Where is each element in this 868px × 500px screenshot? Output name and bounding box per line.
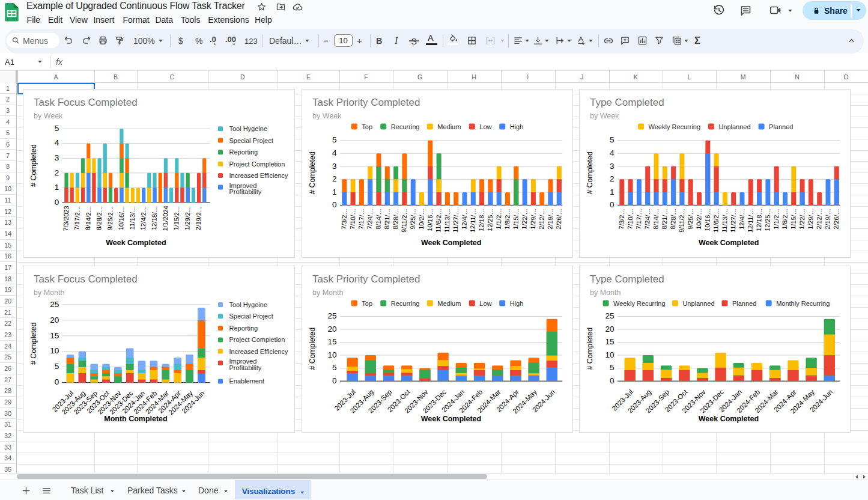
svg-text:Week Completed: Week Completed bbox=[699, 239, 759, 247]
svg-text:Low: Low bbox=[479, 299, 491, 306]
svg-text:Increased Efficiency: Increased Efficiency bbox=[229, 347, 289, 355]
svg-text:0: 0 bbox=[332, 201, 337, 210]
svg-text:9/25/…: 9/25/… bbox=[686, 209, 694, 230]
svg-text:3: 3 bbox=[332, 162, 337, 171]
svg-text:Recurring: Recurring bbox=[390, 299, 419, 306]
svg-text:Planned: Planned bbox=[769, 123, 793, 130]
svg-text:2/26/…: 2/26/… bbox=[832, 209, 840, 230]
svg-text:Week Completed: Week Completed bbox=[698, 415, 758, 423]
svg-text:1/22/…: 1/22/… bbox=[520, 209, 528, 230]
svg-text:Tool Hygeine: Tool Hygeine bbox=[229, 126, 268, 133]
svg-text:12/18/…: 12/18/… bbox=[150, 206, 158, 231]
svg-text:Task Priority Completed: Task Priority Completed bbox=[312, 273, 420, 285]
svg-text:12/18…: 12/18… bbox=[477, 209, 485, 231]
svg-text:4: 4 bbox=[610, 148, 615, 157]
svg-text:Enablement: Enablement bbox=[229, 377, 265, 385]
svg-text:4: 4 bbox=[55, 139, 59, 148]
svg-text:5: 5 bbox=[55, 362, 59, 371]
svg-text:Reporting: Reporting bbox=[229, 325, 258, 332]
svg-text:11/13/…: 11/13/… bbox=[443, 209, 451, 233]
svg-text:8/21/…: 8/21/… bbox=[660, 209, 668, 230]
svg-text:1/29/…: 1/29/… bbox=[806, 209, 814, 230]
svg-text:by Month: by Month bbox=[590, 288, 621, 297]
svg-text:Top: Top bbox=[362, 299, 372, 306]
svg-text:10/16…: 10/16… bbox=[703, 209, 711, 231]
svg-text:7/17/…: 7/17/… bbox=[357, 209, 365, 230]
svg-text:Medium: Medium bbox=[437, 299, 461, 306]
svg-text:11/13/…: 11/13/… bbox=[720, 209, 728, 233]
svg-text:5: 5 bbox=[332, 363, 337, 372]
svg-text:Reporting: Reporting bbox=[229, 149, 258, 156]
svg-text:2/19/…: 2/19/… bbox=[546, 209, 554, 230]
svg-text:10: 10 bbox=[327, 350, 336, 359]
svg-text:Special Project: Special Project bbox=[229, 312, 273, 320]
svg-text:10/16…: 10/16… bbox=[426, 209, 434, 231]
svg-text:8/14/…: 8/14/… bbox=[374, 209, 382, 230]
svg-text:by Month: by Month bbox=[312, 288, 343, 297]
svg-text:# Completed: # Completed bbox=[29, 322, 38, 365]
svg-text:Monthly Recurring: Monthly Recurring bbox=[776, 299, 830, 306]
svg-text:2/26/…: 2/26/… bbox=[554, 209, 562, 230]
svg-text:Type Completed: Type Completed bbox=[590, 97, 664, 109]
svg-text:by Week: by Week bbox=[590, 112, 619, 121]
svg-text:0: 0 bbox=[610, 201, 615, 210]
svg-text:7/24/…: 7/24/… bbox=[643, 209, 651, 230]
svg-text:12/11/…: 12/11/… bbox=[746, 209, 754, 233]
svg-text:Increased Efficiency: Increased Efficiency bbox=[229, 172, 289, 179]
svg-text:9/25/2…: 9/25/2… bbox=[106, 206, 114, 231]
svg-text:1/8/2…: 1/8/2… bbox=[503, 209, 511, 230]
svg-text:7/3/2…: 7/3/2… bbox=[618, 209, 625, 230]
svg-text:Type Completed: Type Completed bbox=[590, 273, 664, 285]
svg-text:5: 5 bbox=[332, 136, 337, 145]
svg-text:15: 15 bbox=[327, 337, 336, 346]
svg-text:8/14/2…: 8/14/2… bbox=[84, 206, 92, 231]
svg-text:1/29/…: 1/29/… bbox=[529, 209, 536, 230]
svg-text:Profitability: Profitability bbox=[229, 189, 262, 196]
svg-text:9/25/…: 9/25/… bbox=[408, 209, 416, 230]
svg-text:8/21/…: 8/21/… bbox=[383, 209, 390, 230]
svg-text:0: 0 bbox=[55, 377, 59, 386]
svg-text:# Completed: # Completed bbox=[308, 151, 317, 194]
svg-text:25: 25 bbox=[327, 311, 336, 320]
svg-text:Project Completion: Project Completion bbox=[229, 160, 285, 168]
svg-text:15: 15 bbox=[50, 331, 59, 340]
svg-text:25: 25 bbox=[50, 299, 59, 308]
svg-text:1: 1 bbox=[55, 183, 59, 192]
svg-text:11/27/…: 11/27/… bbox=[451, 209, 459, 233]
svg-text:7/3/2023: 7/3/2023 bbox=[62, 206, 70, 231]
svg-text:11/6/2…: 11/6/2… bbox=[712, 209, 720, 233]
svg-text:12/25…: 12/25… bbox=[763, 209, 771, 231]
svg-text:11/6/2…: 11/6/2… bbox=[434, 209, 442, 233]
svg-text:10: 10 bbox=[50, 346, 59, 355]
svg-text:10/16/…: 10/16/… bbox=[117, 206, 125, 231]
svg-text:by Week: by Week bbox=[312, 112, 342, 121]
svg-text:1: 1 bbox=[610, 188, 615, 197]
svg-text:Weekly Recurring: Weekly Recurring bbox=[613, 299, 665, 306]
svg-text:0: 0 bbox=[610, 376, 615, 385]
svg-text:Project Completion: Project Completion bbox=[229, 336, 285, 343]
svg-text:20: 20 bbox=[50, 315, 59, 324]
svg-text:Tool Hygeine: Tool Hygeine bbox=[229, 301, 268, 308]
svg-text:8/28/…: 8/28/… bbox=[669, 209, 677, 230]
svg-text:5: 5 bbox=[610, 136, 615, 145]
svg-text:9/11/2…: 9/11/2… bbox=[400, 209, 408, 233]
svg-text:Task Priority Completed: Task Priority Completed bbox=[312, 97, 420, 109]
svg-text:1: 1 bbox=[332, 188, 337, 197]
svg-text:1/1/2024: 1/1/2024 bbox=[162, 206, 169, 231]
svg-text:Top: Top bbox=[362, 123, 372, 130]
svg-text:10: 10 bbox=[605, 350, 614, 359]
svg-text:8/28/…: 8/28/… bbox=[392, 209, 399, 230]
svg-text:Month Completed: Month Completed bbox=[105, 415, 168, 423]
svg-text:2/19/…: 2/19/… bbox=[824, 209, 831, 230]
svg-text:9/11/2…: 9/11/2… bbox=[678, 209, 685, 233]
svg-text:1/15/…: 1/15/… bbox=[789, 209, 797, 230]
svg-text:3: 3 bbox=[610, 162, 615, 171]
svg-text:1/8/2…: 1/8/2… bbox=[780, 209, 788, 230]
svg-text:Unplanned: Unplanned bbox=[682, 299, 714, 306]
svg-text:# Completed: # Completed bbox=[29, 144, 38, 187]
svg-text:# Completed: # Completed bbox=[586, 327, 594, 370]
svg-text:2/12/…: 2/12/… bbox=[538, 209, 545, 230]
svg-text:# Completed: # Completed bbox=[308, 327, 317, 370]
svg-text:Planned: Planned bbox=[732, 299, 756, 306]
svg-text:7/3/2…: 7/3/2… bbox=[340, 209, 348, 230]
